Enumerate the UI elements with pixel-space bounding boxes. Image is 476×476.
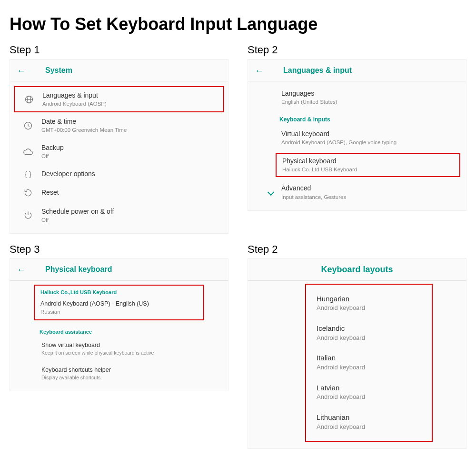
highlight-layouts-list: Hungarian Android keyboard Icelandic And… bbox=[305, 284, 433, 442]
row-title: Hungarian bbox=[317, 294, 423, 304]
panel-body: Hailuck Co.,Ltd USB Keyboard Android Key… bbox=[10, 281, 228, 391]
cloud-icon bbox=[17, 148, 40, 156]
row-title: Date & time bbox=[41, 117, 221, 126]
row-title: Virtual keyboard bbox=[281, 129, 459, 138]
row-developer[interactable]: { } Developer options bbox=[10, 165, 228, 183]
step-label: Step 2 bbox=[248, 44, 466, 56]
row-physical-keyboard[interactable]: Physical keyboard Hailuck Co.,Ltd USB Ke… bbox=[277, 154, 459, 176]
panel-system: ← System Languages & input Android Keybo… bbox=[10, 59, 228, 234]
row-layout[interactable]: Latvian Android keyboard bbox=[306, 377, 432, 407]
row-title: Developer options bbox=[41, 169, 221, 178]
highlight-languages-input: Languages & input Android Keyboard (AOSP… bbox=[14, 86, 224, 112]
highlight-usb-keyboard: Hailuck Co.,Ltd USB Keyboard Android Key… bbox=[34, 285, 204, 320]
panel-body: Hungarian Android keyboard Icelandic And… bbox=[248, 284, 466, 442]
row-sub: Input assistance, Gestures bbox=[281, 194, 459, 201]
section-device-name: Hailuck Co.,Ltd USB Keyboard bbox=[40, 289, 198, 295]
row-sub: Off bbox=[41, 153, 221, 160]
row-layout[interactable]: Lithuanian Android keyboard bbox=[306, 407, 432, 436]
steps-grid: Step 1 ← System Languages & input Androi… bbox=[10, 44, 466, 449]
step-1: Step 1 ← System Languages & input Androi… bbox=[10, 44, 228, 234]
row-sub: GMT+00:00 Greenwich Mean Time bbox=[41, 127, 221, 134]
row-languages[interactable]: Languages English (United States) bbox=[248, 86, 466, 110]
row-title: Show virtual keyboard bbox=[41, 341, 221, 349]
row-title: Italian bbox=[317, 353, 423, 363]
header-title: Languages & input bbox=[283, 66, 352, 75]
row-sub: Android Keyboard (AOSP), Google voice ty… bbox=[281, 139, 459, 146]
header-bar: ← Languages & input bbox=[248, 60, 466, 81]
row-schedule-power[interactable]: Schedule power on & off Off bbox=[10, 202, 228, 228]
header-bar: ← System bbox=[10, 60, 228, 81]
panel-body: Languages & input Android Keyboard (AOSP… bbox=[10, 81, 228, 233]
row-title: Advanced bbox=[281, 184, 459, 192]
row-title: Latvian bbox=[317, 383, 423, 393]
row-sub: English (United States) bbox=[281, 99, 459, 106]
section-keyboard-inputs: Keyboard & inputs bbox=[248, 110, 466, 125]
row-title: Icelandic bbox=[317, 324, 423, 333]
row-reset[interactable]: Reset bbox=[10, 183, 228, 202]
reset-icon bbox=[17, 188, 40, 198]
row-layout[interactable]: Italian Android keyboard bbox=[306, 347, 432, 377]
highlight-physical-keyboard: Physical keyboard Hailuck Co.,Ltd USB Ke… bbox=[276, 153, 460, 177]
step-label: Step 2 bbox=[248, 243, 466, 256]
header-bar: ← Physical keyboard bbox=[10, 259, 228, 281]
row-sub: Android keyboard bbox=[317, 364, 423, 372]
row-title: Android Keyboard (AOSP) - English (US) bbox=[40, 300, 198, 307]
row-sub: Display available shortcuts bbox=[41, 375, 221, 381]
row-layout[interactable]: Icelandic Android keyboard bbox=[306, 318, 432, 347]
panel-body: Languages English (United States) Keyboa… bbox=[248, 81, 466, 210]
row-title: Languages bbox=[281, 89, 459, 98]
back-arrow-icon[interactable]: ← bbox=[17, 66, 26, 75]
header-bar: Keyboard layouts bbox=[248, 259, 466, 281]
row-sub: Android keyboard bbox=[317, 393, 423, 401]
globe-icon bbox=[18, 95, 40, 104]
panel-languages-input: ← Languages & input Languages English (U… bbox=[248, 59, 466, 211]
power-icon bbox=[17, 210, 40, 220]
step-label: Step 3 bbox=[10, 243, 228, 256]
row-title: Physical keyboard bbox=[282, 157, 456, 165]
row-sub: Hailuck Co.,Ltd USB Keyboard bbox=[282, 166, 456, 173]
back-arrow-icon[interactable]: ← bbox=[255, 66, 264, 75]
panel-keyboard-layouts: Keyboard layouts Hungarian Android keybo… bbox=[248, 258, 466, 449]
step-label: Step 1 bbox=[10, 44, 228, 56]
header-title: Keyboard layouts bbox=[321, 265, 393, 275]
row-title: Schedule power on & off bbox=[41, 207, 221, 216]
row-backup[interactable]: Backup Off bbox=[10, 139, 228, 165]
row-sub: Russian bbox=[40, 308, 198, 316]
row-sub: Android keyboard bbox=[317, 423, 423, 431]
row-advanced[interactable]: Advanced Input assistance, Gestures bbox=[248, 179, 466, 205]
row-title: Languages & input bbox=[42, 91, 220, 99]
row-shortcuts-helper[interactable]: Keyboard shortcuts helper Display availa… bbox=[10, 361, 228, 386]
row-title: Backup bbox=[41, 143, 221, 152]
row-android-keyboard[interactable]: Android Keyboard (AOSP) - English (US) R… bbox=[40, 300, 198, 316]
row-date-time[interactable]: Date & time GMT+00:00 Greenwich Mean Tim… bbox=[10, 112, 228, 139]
row-sub: Android keyboard bbox=[317, 304, 423, 312]
section-keyboard-assistance: Keyboard assistance bbox=[10, 324, 228, 337]
row-sub: Keep it on screen while physical keyboar… bbox=[41, 350, 221, 357]
row-sub: Android Keyboard (AOSP) bbox=[42, 100, 220, 108]
row-languages-input[interactable]: Languages & input Android Keyboard (AOSP… bbox=[15, 87, 223, 111]
row-title: Keyboard shortcuts helper bbox=[41, 366, 221, 374]
back-arrow-icon[interactable]: ← bbox=[17, 265, 26, 274]
row-sub: Off bbox=[41, 217, 221, 224]
row-show-virtual[interactable]: Show virtual keyboard Keep it on screen … bbox=[10, 337, 228, 361]
row-virtual-keyboard[interactable]: Virtual keyboard Android Keyboard (AOSP)… bbox=[248, 125, 466, 151]
row-sub: Android keyboard bbox=[317, 334, 423, 342]
header-title: System bbox=[45, 66, 72, 75]
page-title: How To Set Keyboard Input Language bbox=[10, 14, 466, 34]
step-3: Step 3 ← Physical keyboard Hailuck Co.,L… bbox=[10, 243, 228, 449]
row-title: Reset bbox=[41, 188, 221, 197]
clock-icon bbox=[17, 121, 40, 130]
step-2: Step 2 ← Languages & input Languages Eng… bbox=[248, 44, 466, 234]
header-title: Physical keyboard bbox=[45, 265, 112, 274]
row-layout[interactable]: Hungarian Android keyboard bbox=[306, 288, 432, 318]
braces-icon: { } bbox=[17, 170, 40, 178]
chevron-down-icon bbox=[262, 190, 279, 195]
row-title: Lithuanian bbox=[317, 413, 423, 422]
step-4: Step 2 Keyboard layouts Hungarian Androi… bbox=[248, 243, 466, 449]
panel-physical-keyboard: ← Physical keyboard Hailuck Co.,Ltd USB … bbox=[10, 258, 228, 391]
